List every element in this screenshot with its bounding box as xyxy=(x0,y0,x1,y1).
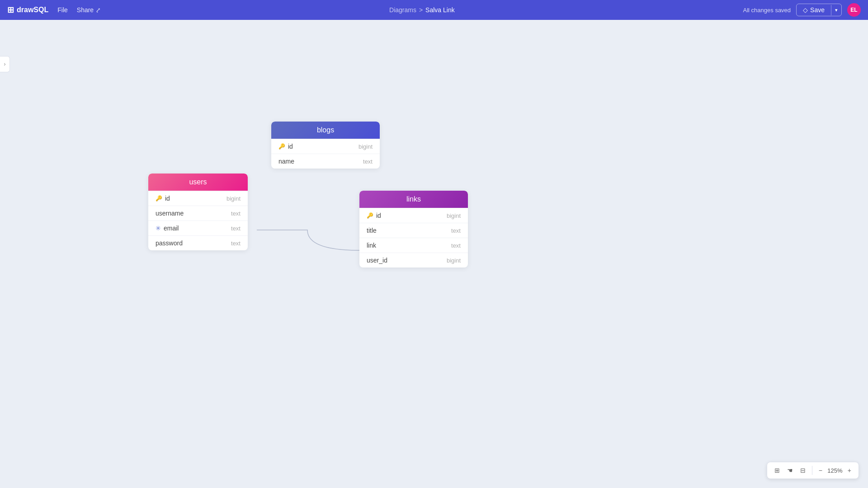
asterisk-icon: ✳ xyxy=(156,225,161,232)
toolbar-divider xyxy=(812,466,812,475)
col-title-name: title xyxy=(367,227,377,234)
save-button[interactable]: ◇ Save xyxy=(797,4,831,16)
save-dropdown-button[interactable]: ▾ xyxy=(831,5,841,15)
table-view-button[interactable]: ⊞ xyxy=(772,465,783,476)
col-username-name: username xyxy=(156,210,184,217)
save-button-group: ◇ Save ▾ xyxy=(796,4,842,16)
col-password-name: password xyxy=(156,239,183,247)
table-row: password text xyxy=(148,236,248,250)
canvas: › users 🔑 id bigint username text xyxy=(0,20,868,488)
table-row: 🔑 id bigint xyxy=(148,191,248,206)
table-row: 🔑 id bigint xyxy=(359,208,468,223)
links-table-rows: 🔑 id bigint title text link text user_i xyxy=(359,208,468,267)
table-row: ✳ email text xyxy=(148,221,248,236)
table-blogs[interactable]: blogs 🔑 id bigint name text xyxy=(271,122,380,169)
blogs-table-header: blogs xyxy=(271,122,380,139)
links-table-header: links xyxy=(359,191,468,208)
table-row: name text xyxy=(271,154,380,169)
col-link-name: link xyxy=(367,242,376,249)
avatar[interactable]: EL xyxy=(847,3,861,17)
logo-text: drawSQL xyxy=(17,6,48,14)
hand-tool-button[interactable]: ☚ xyxy=(784,465,796,476)
key-icon: 🔑 xyxy=(367,212,373,219)
key-icon: 🔑 xyxy=(156,195,162,202)
logo-icon: ⊞ xyxy=(7,5,14,15)
col-id-name: 🔑 id xyxy=(278,143,293,150)
table-row: link text xyxy=(359,238,468,253)
sidebar-toggle[interactable]: › xyxy=(0,56,10,72)
save-status: All changes saved xyxy=(743,7,791,14)
table-users[interactable]: users 🔑 id bigint username text ✳ email xyxy=(148,174,248,250)
users-table-header: users xyxy=(148,174,248,191)
breadcrumb-chevron: > xyxy=(419,6,423,14)
col-name-name: name xyxy=(278,158,294,165)
col-id-name: 🔑 id xyxy=(156,195,170,202)
navbar: ⊞ drawSQL File Share ⤤ Diagrams > Salva … xyxy=(0,0,868,20)
table-row: user_id bigint xyxy=(359,253,468,267)
save-diamond-icon: ◇ xyxy=(803,6,808,14)
table-row: 🔑 id bigint xyxy=(271,139,380,154)
key-icon: 🔑 xyxy=(278,143,285,150)
blogs-table-rows: 🔑 id bigint name text xyxy=(271,139,380,169)
col-user-id-name: user_id xyxy=(367,257,387,264)
table-row: username text xyxy=(148,206,248,221)
file-menu[interactable]: File xyxy=(57,6,68,14)
zoom-level: 125% xyxy=(827,467,843,474)
navbar-left: ⊞ drawSQL File Share ⤤ xyxy=(7,5,101,15)
navbar-center: Diagrams > Salva Link xyxy=(389,6,455,14)
zoom-out-button[interactable]: − xyxy=(816,465,825,476)
table-row: title text xyxy=(359,223,468,238)
col-email-name: ✳ email xyxy=(156,225,179,232)
users-table-rows: 🔑 id bigint username text ✳ email text xyxy=(148,191,248,250)
col-id-name: 🔑 id xyxy=(367,212,381,219)
table-links[interactable]: links 🔑 id bigint title text link te xyxy=(359,191,468,267)
bottom-toolbar: ⊞ ☚ ⊟ − 125% + xyxy=(767,462,859,479)
grid-view-button[interactable]: ⊟ xyxy=(797,465,808,476)
share-button[interactable]: Share ⤤ xyxy=(77,6,101,14)
current-diagram-title: Salva Link xyxy=(425,6,455,14)
zoom-in-button[interactable]: + xyxy=(845,465,854,476)
navbar-right: All changes saved ◇ Save ▾ EL xyxy=(743,3,861,17)
logo[interactable]: ⊞ drawSQL xyxy=(7,5,48,15)
diagrams-breadcrumb[interactable]: Diagrams xyxy=(389,6,416,14)
